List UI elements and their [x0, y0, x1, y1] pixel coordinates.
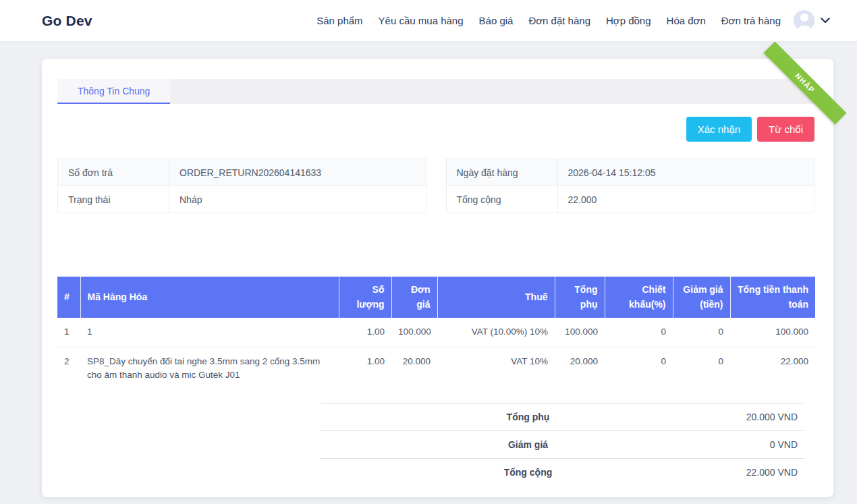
grand-total-label: Tổng cộng — [446, 186, 557, 213]
nav-item-invoice[interactable]: Hóa đơn — [667, 15, 706, 26]
nav-item-quotation[interactable]: Báo giá — [479, 15, 514, 26]
cell-index: 1 — [57, 318, 80, 347]
user-menu[interactable] — [794, 10, 830, 31]
col-header-tax: Thuế — [437, 277, 555, 318]
cell-quantity: 1.00 — [339, 318, 391, 347]
table-row: Tổng cộng 22.000 — [446, 186, 814, 213]
summary-grand-total-value: 22.000 VND — [736, 467, 804, 478]
col-header-quantity: Số lượng — [339, 277, 391, 318]
summary-subtotal-row: Tổng phụ 20.000 VND — [321, 403, 804, 430]
totals-summary: Tổng phụ 20.000 VND Giảm giá 0 VND Tổng … — [321, 403, 804, 486]
order-date-value: 2026-04-14 15:12:05 — [557, 159, 814, 186]
cell-total-payment: 100.000 — [730, 318, 815, 347]
top-navbar: Go Dev Sản phẩm Yêu cầu mua hàng Báo giá… — [0, 0, 857, 42]
col-header-index: # — [57, 277, 80, 318]
grand-total-value: 22.000 — [557, 186, 814, 213]
cell-unit-price: 20.000 — [391, 347, 437, 389]
nav-item-order-return[interactable]: Đơn trả hàng — [721, 15, 781, 26]
table-row: Số đơn trả ORDER_RETURN202604141633 — [58, 159, 426, 186]
col-header-total-payment: Tổng tiền thanh toán — [730, 277, 815, 318]
tab-general-info[interactable]: Thông Tin Chung — [57, 79, 170, 104]
status-label: Trạng thái — [58, 186, 169, 213]
col-header-discount-amt: Giảm giá (tiền) — [673, 277, 730, 318]
action-buttons: Xác nhận Từ chối — [57, 117, 814, 142]
status-value: Nháp — [169, 186, 426, 213]
brand-logo[interactable]: Go Dev — [42, 13, 92, 29]
summary-subtotal-label: Tổng phụ — [321, 412, 736, 422]
return-number-label: Số đơn trả — [58, 159, 169, 186]
nav-item-purchase-request[interactable]: Yêu cầu mua hàng — [379, 15, 464, 26]
tab-bar: Thông Tin Chung — [57, 79, 814, 104]
order-info-table-left: Số đơn trả ORDER_RETURN202604141633 Trạn… — [57, 159, 426, 213]
line-items-section: # Mã Hàng Hóa Số lượng Đơn giá Thuế Tổng… — [57, 277, 814, 389]
cell-tax: VAT (10.00%) 10% — [437, 318, 555, 347]
cell-index: 2 — [57, 347, 80, 389]
line-items-table: # Mã Hàng Hóa Số lượng Đơn giá Thuế Tổng… — [57, 277, 815, 389]
cell-discount-amt: 0 — [673, 318, 730, 347]
summary-discount-value: 0 VND — [736, 439, 804, 450]
col-header-subtotal: Tổng phụ — [555, 277, 605, 318]
summary-discount-row: Giảm giá 0 VND — [321, 430, 804, 458]
reject-button[interactable]: Từ chối — [757, 117, 814, 142]
col-header-unit-price: Đơn giá — [391, 277, 437, 318]
return-number-value: ORDER_RETURN202604141633 — [169, 159, 426, 186]
col-header-item-code: Mã Hàng Hóa — [80, 277, 339, 318]
cell-item-code: SP8_Dây chuyển đổi tai nghe 3.5mm sang 2… — [80, 347, 339, 389]
summary-grand-total-label: Tổng cộng — [321, 467, 736, 478]
chevron-down-icon — [821, 18, 830, 24]
cell-subtotal: 20.000 — [555, 347, 605, 389]
order-return-card: NHÁP Thông Tin Chung Xác nhận Từ chối Số… — [42, 59, 833, 497]
table-row: 2 SP8_Dây chuyển đổi tai nghe 3.5mm sang… — [57, 347, 815, 389]
order-info-table-right: Ngày đặt hàng 2026-04-14 15:12:05 Tổng c… — [446, 159, 815, 213]
table-row: 1 1 1.00 100.000 VAT (10.00%) 10% 100.00… — [57, 318, 815, 347]
summary-grand-total-row: Tổng cộng 22.000 VND — [321, 458, 804, 486]
table-row: Ngày đặt hàng 2026-04-14 15:12:05 — [446, 159, 814, 186]
order-date-label: Ngày đặt hàng — [446, 159, 557, 186]
nav-item-products[interactable]: Sản phẩm — [316, 15, 362, 26]
cell-item-code: 1 — [80, 318, 339, 347]
cell-total-payment: 22.000 — [730, 347, 815, 389]
cell-unit-price: 100.000 — [391, 318, 437, 347]
summary-subtotal-value: 20.000 VND — [736, 412, 804, 422]
table-header-row: # Mã Hàng Hóa Số lượng Đơn giá Thuế Tổng… — [57, 277, 815, 318]
col-header-discount-pct: Chiết khấu(%) — [605, 277, 673, 318]
cell-tax: VAT 10% — [437, 347, 555, 389]
nav-item-purchase-order[interactable]: Đơn đặt hàng — [528, 15, 590, 26]
confirm-button[interactable]: Xác nhận — [686, 117, 752, 142]
cell-discount-pct: 0 — [605, 318, 673, 347]
main-nav: Sản phẩm Yêu cầu mua hàng Báo giá Đơn đặ… — [316, 15, 781, 26]
cell-subtotal: 100.000 — [555, 318, 605, 347]
user-avatar-icon — [794, 10, 814, 31]
summary-discount-label: Giảm giá — [321, 439, 736, 450]
nav-item-contract[interactable]: Hợp đồng — [606, 15, 651, 26]
order-info-section: Số đơn trả ORDER_RETURN202604141633 Trạn… — [57, 159, 814, 213]
table-row: Trạng thái Nháp — [58, 186, 426, 213]
cell-discount-amt: 0 — [673, 347, 730, 389]
cell-discount-pct: 0 — [605, 347, 673, 389]
cell-quantity: 1.00 — [339, 347, 391, 389]
